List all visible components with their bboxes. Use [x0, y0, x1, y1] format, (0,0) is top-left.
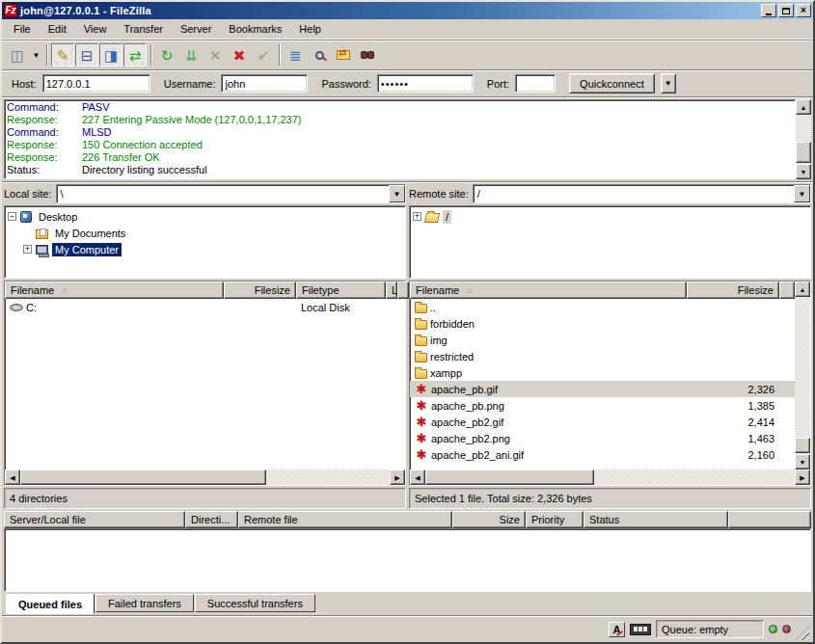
remote-pane: Remote site: / ▼ +/ Filename△Filesize ..… [409, 184, 811, 509]
process-queue-button[interactable]: ⇊ [179, 43, 203, 67]
file-row[interactable]: forbidden [410, 315, 795, 332]
scroll-down-button[interactable]: ▼ [796, 164, 811, 179]
file-name-cell: xampp [410, 367, 687, 379]
column-header-filetype[interactable]: Filetype [296, 282, 386, 299]
maximize-button[interactable] [778, 4, 794, 17]
scroll-thumb[interactable] [20, 470, 266, 485]
menu-item-bookmarks[interactable]: Bookmarks [221, 21, 289, 37]
scroll-thumb[interactable] [795, 438, 810, 453]
toggle-local-treeview-button[interactable]: ⊟ [75, 43, 98, 67]
scroll-left-button[interactable]: ◀ [5, 470, 20, 485]
scroll-right-button[interactable]: ▶ [795, 470, 810, 485]
directory-comparison-button[interactable] [308, 43, 331, 67]
queue-column-size[interactable]: Size [452, 511, 526, 528]
file-row[interactable]: .. [410, 299, 795, 315]
folder-icon [415, 353, 427, 362]
menu-item-edit[interactable]: Edit [41, 21, 74, 37]
username-input[interactable] [221, 74, 308, 93]
file-row[interactable]: ✱apache_pb.gif2,326 [410, 381, 795, 397]
file-row[interactable]: ✱apache_pb.png1,385 [410, 397, 795, 414]
file-row[interactable]: xampp [410, 364, 795, 381]
file-row[interactable]: restricted [410, 348, 795, 364]
disconnect-icon: ✖ [233, 48, 246, 63]
file-row[interactable]: img [410, 332, 795, 348]
refresh-button[interactable]: ↻ [155, 43, 178, 67]
queue-column-priority[interactable]: Priority [526, 511, 584, 528]
site-manager-button[interactable]: ◫ [6, 43, 29, 67]
site-manager-icon: ◫ [11, 48, 24, 63]
cancel-operation-button[interactable]: ✕ [204, 43, 227, 67]
column-header-filesize[interactable]: Filesize [224, 282, 296, 299]
queue-column-directi[interactable]: Directi... [185, 511, 238, 528]
tab-failed-transfers[interactable]: Failed transfers [95, 594, 194, 612]
queue-column-serverlocalfile[interactable]: Server/Local file [4, 511, 185, 528]
local-site-path: \ [57, 185, 389, 202]
column-header-l[interactable]: L [386, 282, 397, 299]
toggle-remote-treeview-button[interactable]: ◨ [99, 43, 122, 67]
log-text: 150 Connection accepted [82, 139, 203, 151]
close-button[interactable]: × [796, 4, 811, 17]
resize-grip[interactable] [796, 627, 809, 640]
remote-site-dropdown-button[interactable]: ▼ [794, 185, 810, 202]
queue-column-remotefile[interactable]: Remote file [238, 511, 452, 528]
quickconnect-button[interactable]: Quickconnect [569, 73, 655, 94]
minimize-button[interactable] [761, 4, 776, 17]
host-input[interactable] [42, 74, 150, 93]
site-manager-dropdown-button[interactable]: ▼ [30, 43, 42, 67]
local-pane: Local site: \ ▼ −DesktopMy Documents+My … [4, 184, 406, 509]
scroll-left-button[interactable]: ◀ [410, 470, 425, 485]
local-site-combo[interactable]: \ ▼ [56, 184, 406, 203]
toggle-message-log-button[interactable]: ✎ [51, 43, 74, 67]
scroll-down-button[interactable]: ▼ [795, 454, 810, 470]
scroll-thumb[interactable] [796, 142, 811, 163]
log-vertical-scrollbar[interactable]: ▲ ▼ [796, 99, 811, 179]
tree-item-label: / [443, 210, 451, 224]
remote-horizontal-scrollbar[interactable]: ◀ ▶ [410, 470, 810, 485]
scroll-right-button[interactable]: ▶ [390, 470, 405, 485]
scroll-up-button[interactable]: ▲ [796, 99, 811, 115]
password-input[interactable] [377, 74, 474, 93]
column-header-filename[interactable]: Filename△ [5, 282, 224, 299]
binoculars-icon [361, 51, 374, 59]
find-files-button[interactable] [356, 43, 379, 67]
tree-item[interactable]: My Documents [23, 225, 402, 241]
directory-listing-filters-button[interactable]: ≣ [284, 43, 307, 67]
menu-item-help[interactable]: Help [291, 21, 329, 37]
port-input[interactable] [515, 74, 556, 93]
synchronized-browsing-button[interactable] [332, 43, 355, 67]
local-site-dropdown-button[interactable]: ▼ [389, 185, 405, 202]
menu-item-view[interactable]: View [76, 21, 115, 37]
log-label: Response: [7, 139, 82, 151]
file-row[interactable]: C:Local Disk [5, 299, 405, 315]
tree-item[interactable]: −Desktop [8, 208, 402, 225]
scroll-up-button[interactable]: ▲ [795, 282, 810, 297]
menu-item-server[interactable]: Server [173, 21, 219, 37]
tree-item[interactable]: +My Computer [23, 241, 402, 257]
file-row[interactable]: ✱apache_pb2.gif2,414 [410, 414, 795, 430]
tab-successful-transfers[interactable]: Successful transfers [195, 594, 315, 612]
transfer-tabs: Queued filesFailed transfersSuccessful t… [2, 592, 813, 615]
tree-item[interactable]: +/ [413, 208, 807, 225]
menu-item-file[interactable]: File [6, 21, 39, 37]
quickconnect-dropdown-button[interactable]: ▼ [661, 73, 676, 94]
collapse-icon[interactable]: − [8, 212, 16, 221]
remote-vertical-scrollbar[interactable]: ▲ ▼ [795, 282, 810, 470]
file-row[interactable]: ✱apache_pb2_ani.gif2,160 [410, 446, 795, 463]
disconnect-button[interactable]: ✖ [228, 43, 251, 67]
expand-icon[interactable]: + [413, 212, 421, 221]
title-bar[interactable]: Fz john@127.0.0.1 - FileZilla × [2, 2, 813, 19]
queue-column-status[interactable]: Status [584, 511, 728, 528]
scroll-thumb[interactable] [425, 470, 594, 485]
column-header-filesize[interactable]: Filesize [687, 282, 779, 299]
toggle-transfer-queue-button[interactable]: ⇄ [123, 43, 147, 67]
image-file-icon: ✱ [415, 399, 428, 412]
file-row[interactable]: ✱apache_pb2.png1,463 [410, 430, 795, 446]
expand-icon[interactable]: + [23, 245, 32, 254]
remote-site-combo[interactable]: / ▼ [473, 184, 811, 203]
local-file-rows: C:Local Disk [5, 299, 405, 470]
tab-queued-files[interactable]: Queued files [6, 594, 95, 614]
column-header-filename[interactable]: Filename△ [410, 282, 687, 299]
menu-item-transfer[interactable]: Transfer [116, 21, 171, 37]
filter-button[interactable]: ✔ [252, 43, 275, 67]
local-horizontal-scrollbar[interactable]: ◀ ▶ [5, 470, 405, 485]
